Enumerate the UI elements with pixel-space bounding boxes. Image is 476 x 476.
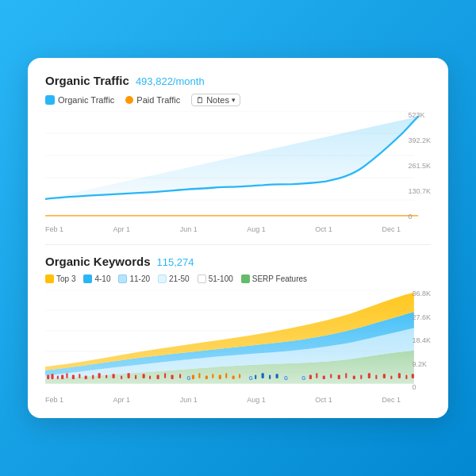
organic-keywords-title: Organic Keywords 115,274 xyxy=(45,255,431,268)
organic-traffic-metric: 493,822/month xyxy=(136,75,205,87)
legend-11-20-label: 11-20 xyxy=(129,274,150,283)
x-label-2: Jun 1 xyxy=(180,225,198,233)
svg-rect-45 xyxy=(309,374,312,379)
legend-51-100: 51-100 xyxy=(198,274,233,283)
section-title-text: Organic Traffic xyxy=(45,74,129,87)
svg-rect-21 xyxy=(98,373,101,378)
svg-text:G: G xyxy=(249,375,253,381)
x-label-1: Apr 1 xyxy=(113,225,131,233)
organic-keywords-legend: Top 3 4-10 11-20 21-50 51-100 SERP Featu… xyxy=(45,274,431,283)
kw-y-label-0: 36.8K xyxy=(412,290,431,298)
svg-rect-17 xyxy=(72,374,75,379)
svg-rect-26 xyxy=(135,374,136,379)
svg-rect-43 xyxy=(269,374,271,379)
svg-rect-22 xyxy=(106,374,107,378)
x-label-3: Aug 1 xyxy=(247,225,266,233)
svg-text:G: G xyxy=(301,375,305,381)
note-icon: 🗒 xyxy=(196,96,204,105)
svg-rect-18 xyxy=(79,374,80,378)
kw-y-label-3: 9.2K xyxy=(412,360,431,368)
svg-rect-38 xyxy=(225,373,227,378)
legend-label-paid: Paid Traffic xyxy=(136,95,180,105)
svg-rect-14 xyxy=(57,376,59,380)
svg-text:G: G xyxy=(284,375,288,381)
kw-y-label-1: 27.6K xyxy=(412,313,431,321)
svg-rect-50 xyxy=(345,373,347,378)
svg-rect-20 xyxy=(92,374,94,379)
keywords-y-axis: 36.8K 27.6K 18.4K 9.2K 0 xyxy=(412,290,431,393)
kw-x-label-4: Oct 1 xyxy=(315,396,332,404)
traffic-chart-svg xyxy=(45,111,431,222)
organic-traffic-legend: Organic Traffic Paid Traffic 🗒 Notes ▾ xyxy=(45,94,431,106)
svg-rect-25 xyxy=(128,373,130,378)
svg-rect-44 xyxy=(276,374,278,378)
legend-11-20: 11-20 xyxy=(118,274,150,283)
legend-21-50-label: 21-50 xyxy=(169,274,190,283)
51-100-dot xyxy=(198,274,206,283)
y-label-3: 130.7K xyxy=(408,187,431,195)
svg-rect-40 xyxy=(239,374,240,378)
y-label-4: 0 xyxy=(408,213,431,221)
serp-dot xyxy=(241,274,250,283)
organic-keywords-section: Organic Keywords 115,274 Top 3 4-10 11-2… xyxy=(45,255,431,404)
chevron-down-icon: ▾ xyxy=(232,96,236,104)
legend-serp-label: SERP Features xyxy=(252,274,307,283)
svg-rect-15 xyxy=(61,374,63,379)
svg-rect-56 xyxy=(390,376,392,380)
kw-x-label-1: Apr 1 xyxy=(113,396,131,404)
keywords-x-axis: Feb 1 Apr 1 Jun 1 Aug 1 Oct 1 Dec 1 xyxy=(45,396,431,404)
legend-21-50: 21-50 xyxy=(158,274,190,283)
svg-rect-19 xyxy=(85,376,87,380)
kw-x-label-5: Dec 1 xyxy=(382,396,401,404)
traffic-y-axis: 523K 392.2K 261.5K 130.7K 0 xyxy=(408,111,431,222)
svg-rect-34 xyxy=(198,373,200,378)
svg-rect-33 xyxy=(192,374,194,379)
legend-label-organic: Organic Traffic xyxy=(58,95,114,105)
legend-4-10: 4-10 xyxy=(83,274,110,283)
svg-rect-46 xyxy=(316,373,317,378)
svg-rect-31 xyxy=(171,374,173,379)
legend-4-10-label: 4-10 xyxy=(94,274,110,283)
svg-rect-49 xyxy=(338,374,340,379)
y-label-0: 523K xyxy=(408,111,431,119)
svg-rect-36 xyxy=(212,374,213,378)
x-label-5: Dec 1 xyxy=(382,225,401,233)
svg-rect-30 xyxy=(164,373,166,378)
legend-paid-traffic: Paid Traffic xyxy=(125,95,180,105)
y-label-2: 261.5K xyxy=(408,162,431,170)
organic-traffic-title: Organic Traffic 493,822/month xyxy=(45,74,431,87)
keywords-chart: G G G G 36.8K 27.6K 18.4K 9.2K 0 xyxy=(45,290,431,393)
notes-label: Notes xyxy=(206,95,229,105)
notes-button[interactable]: 🗒 Notes ▾ xyxy=(191,94,240,106)
legend-organic-traffic: Organic Traffic xyxy=(45,95,114,105)
svg-rect-48 xyxy=(330,374,332,378)
svg-rect-29 xyxy=(157,374,159,379)
svg-rect-57 xyxy=(398,373,401,378)
legend-top3-label: Top 3 xyxy=(56,274,75,283)
svg-rect-32 xyxy=(179,374,181,378)
kw-x-label-0: Feb 1 xyxy=(45,396,63,404)
svg-rect-52 xyxy=(360,374,362,379)
kw-x-label-2: Jun 1 xyxy=(180,396,198,404)
keywords-chart-svg: G G G G xyxy=(45,290,431,393)
svg-rect-12 xyxy=(47,374,49,379)
svg-rect-24 xyxy=(121,376,122,380)
svg-rect-39 xyxy=(232,376,235,380)
y-label-1: 392.2K xyxy=(408,136,431,144)
svg-rect-58 xyxy=(405,374,407,379)
traffic-x-axis: Feb 1 Apr 1 Jun 1 Aug 1 Oct 1 Dec 1 xyxy=(45,225,431,233)
main-card: Organic Traffic 493,822/month Organic Tr… xyxy=(28,58,448,418)
keywords-title-text: Organic Keywords xyxy=(45,255,151,268)
svg-text:G: G xyxy=(187,375,191,381)
organic-traffic-section: Organic Traffic 493,822/month Organic Tr… xyxy=(45,74,431,233)
svg-rect-41 xyxy=(255,374,256,379)
kw-y-label-2: 18.4K xyxy=(412,336,431,344)
svg-rect-55 xyxy=(383,374,386,378)
svg-rect-23 xyxy=(113,374,115,378)
svg-rect-54 xyxy=(375,374,377,379)
legend-top3: Top 3 xyxy=(45,274,75,283)
svg-rect-37 xyxy=(219,374,221,379)
21-50-dot xyxy=(158,274,167,283)
x-label-4: Oct 1 xyxy=(315,225,332,233)
kw-x-label-3: Aug 1 xyxy=(247,396,266,404)
